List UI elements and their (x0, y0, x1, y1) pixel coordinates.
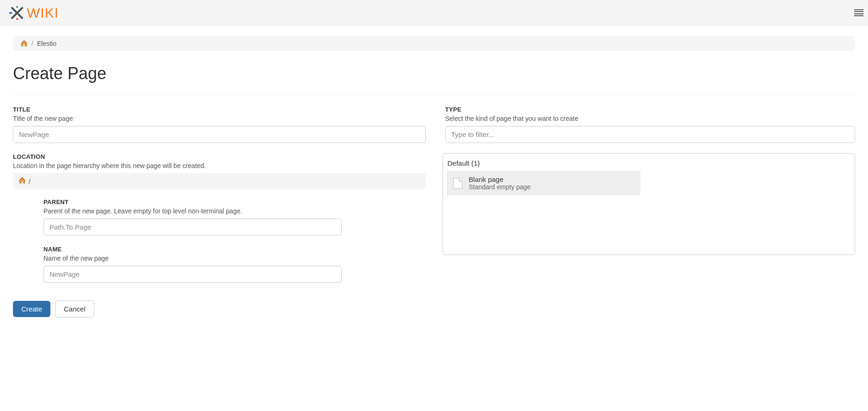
svg-point-3 (16, 18, 18, 20)
type-filter-input[interactable] (445, 126, 856, 143)
name-desc: Name of the new page (43, 255, 426, 262)
divider (13, 94, 855, 95)
svg-point-2 (16, 6, 18, 8)
breadcrumb-link-elestio[interactable]: Elestio (37, 40, 56, 47)
title-input[interactable] (13, 126, 426, 143)
breadcrumb-separator: / (31, 40, 33, 47)
page-title: Create Page (13, 64, 855, 83)
location-display: / (13, 173, 426, 189)
type-item-blank-page[interactable]: Blank page Standard empty page (447, 171, 641, 195)
logo-mark-icon (9, 5, 25, 21)
home-icon[interactable] (20, 40, 28, 47)
create-button[interactable]: Create (13, 301, 50, 317)
parent-input[interactable] (43, 218, 342, 236)
location-desc: Location in the page hierarchy where thi… (13, 162, 426, 169)
svg-rect-4 (9, 12, 12, 14)
type-group-label: Default (1) (447, 157, 851, 171)
location-path-text: / (29, 178, 31, 185)
breadcrumb: / Elestio (13, 36, 855, 51)
document-icon (453, 178, 462, 189)
drawer-toggle-icon[interactable] (854, 9, 863, 17)
type-item-title: Blank page (469, 175, 531, 183)
parent-label: PARENT (43, 199, 426, 206)
type-label: TYPE (445, 106, 856, 113)
type-item-desc: Standard empty page (469, 183, 531, 191)
title-desc: Title of the new page (13, 115, 426, 122)
top-header: WIKI (0, 0, 868, 26)
home-icon[interactable] (18, 177, 26, 186)
title-label: TITLE (13, 106, 426, 113)
parent-desc: Parent of the new page. Leave empty for … (43, 207, 426, 215)
logo-text: WIKI (27, 5, 59, 21)
location-label: LOCATION (13, 153, 426, 160)
name-input[interactable] (43, 266, 342, 283)
logo[interactable]: WIKI (9, 5, 59, 21)
type-list[interactable]: Default (1) Blank page Standard empty pa… (443, 153, 856, 255)
type-desc: Select the kind of page that you want to… (445, 115, 856, 122)
cancel-button[interactable]: Cancel (55, 300, 94, 318)
name-label: NAME (43, 246, 426, 253)
